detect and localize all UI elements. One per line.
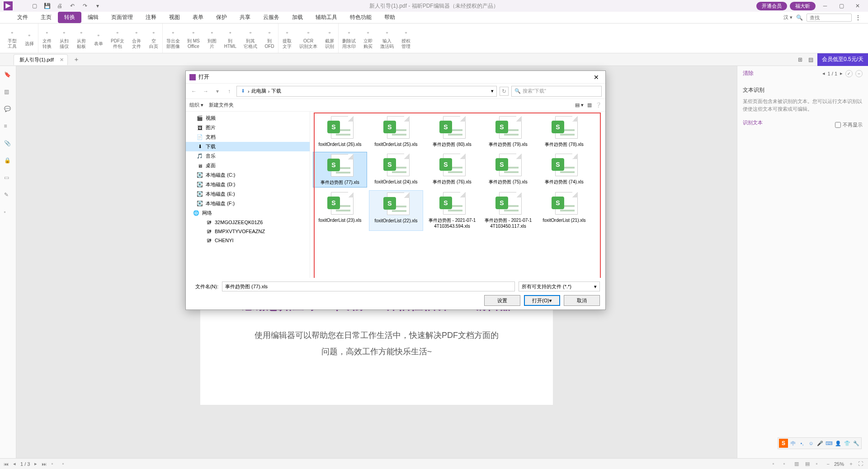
file-item[interactable]: S事件趋势图 - 2021-07-14T103543.594.xls — [425, 190, 479, 231]
nav-up-icon[interactable]: ↑ — [225, 87, 234, 96]
sb-icon-2[interactable]: ▫ — [62, 461, 68, 467]
minus-icon[interactable]: − — [855, 70, 863, 77]
tree-item-32MGOJZEEQK01Z6[interactable]: 🖳32MGOJZEEQK01Z6 — [186, 218, 310, 227]
menu-item-0[interactable]: 文件 — [11, 12, 34, 23]
nav-history-icon[interactable]: ▾ — [213, 87, 222, 96]
menu-item-7[interactable]: 表单 — [186, 12, 210, 23]
dont-show-checkbox[interactable]: 不再显示 — [835, 122, 863, 128]
file-item[interactable]: S事件趋势图 (78).xls — [537, 114, 591, 149]
menu-item-3[interactable]: 编辑 — [81, 12, 105, 23]
recognize-text-link[interactable]: 识别文本 — [743, 119, 763, 126]
cancel-button[interactable]: 取消 — [564, 295, 600, 306]
help-icon[interactable]: ❔ — [595, 102, 602, 108]
open-icon[interactable]: ▢ — [31, 2, 38, 9]
menu-item-12[interactable]: 辅助工具 — [309, 12, 344, 23]
undo-icon[interactable]: ↶ — [69, 2, 76, 9]
ribbon-item-15[interactable]: ▫提取 文字 — [278, 23, 296, 53]
ime-tool-icon[interactable]: 🔧 — [852, 439, 860, 447]
refresh-icon[interactable]: ↻ — [500, 87, 509, 96]
next-page-icon[interactable]: ▸ — [34, 461, 37, 467]
ribbon-item-5[interactable]: ▫表单 — [90, 23, 107, 53]
pages-icon[interactable]: ▥ — [4, 89, 12, 97]
file-item[interactable]: SfoxitOrderList (24).xls — [369, 152, 423, 188]
add-tab-button[interactable]: ＋ — [73, 56, 80, 64]
last-page-icon[interactable]: ⏭ — [42, 461, 47, 467]
close-button[interactable]: ✕ — [851, 1, 864, 10]
menu-item-10[interactable]: 云服务 — [257, 12, 286, 23]
menu-item-9[interactable]: 共享 — [233, 12, 257, 23]
list-view-icon[interactable]: ▤ — [807, 55, 816, 64]
settings-button[interactable]: 设置 — [484, 295, 520, 306]
ribbon-item-21[interactable]: ▫授权 管理 — [397, 23, 415, 53]
ribbon-item-20[interactable]: ▫输入 激活码 — [377, 23, 397, 53]
attachments-icon[interactable]: 📎 — [4, 140, 12, 148]
ribbon-item-8[interactable]: ▫空 白页 — [145, 23, 163, 53]
file-item[interactable]: S事件趋势图 (80).xls — [425, 114, 479, 149]
filename-input[interactable] — [222, 281, 515, 291]
view-mode-1-icon[interactable]: ▫ — [773, 461, 779, 467]
open-button[interactable]: 打开(O) ▾ — [524, 295, 560, 306]
view-mode-4-icon[interactable]: ▤ — [805, 461, 811, 467]
file-item[interactable]: SfoxitOrderList (21).xls — [537, 190, 591, 231]
zoom-in-icon[interactable]: ＋ — [849, 460, 854, 467]
lang-dropdown[interactable]: 汉 ▾ — [783, 14, 793, 21]
tab-close-icon[interactable]: ✕ — [60, 57, 64, 63]
tree-item-本地磁盘 (F:)[interactable]: 💽本地磁盘 (F:) — [186, 199, 310, 208]
menu-item-8[interactable]: 保护 — [210, 12, 233, 23]
ribbon-item-2[interactable]: ▫文件 转换 — [38, 23, 56, 53]
ribbon-item-3[interactable]: ▫从扫 描仪 — [56, 23, 73, 53]
comments-icon[interactable]: 💬 — [4, 106, 12, 114]
next-result-icon[interactable]: ▸ — [840, 70, 843, 76]
nav-back-icon[interactable]: ← — [189, 87, 198, 96]
check-icon[interactable]: ✓ — [845, 70, 853, 77]
file-item[interactable]: SfoxitOrderList (22).xls — [369, 190, 423, 231]
bookmark-icon[interactable]: 🔖 — [4, 71, 12, 80]
ribbon-item-9[interactable]: ▫导出全 部图像 — [163, 23, 184, 53]
view-options-icon[interactable]: ▤ ▾ — [575, 102, 584, 108]
file-item[interactable]: SfoxitOrderList (25).xls — [369, 114, 423, 149]
tree-item-图片[interactable]: 🖼图片 — [186, 123, 310, 132]
minimize-button[interactable]: ─ — [818, 1, 832, 10]
document-tab[interactable]: 新人引导(1).pdf ✕ — [14, 54, 68, 65]
tree-item-下载[interactable]: ⬇下载 — [186, 142, 310, 151]
path-segment-current[interactable]: 下载 — [271, 88, 281, 94]
tree-item-本地磁盘 (D:)[interactable]: 💽本地磁盘 (D:) — [186, 180, 310, 189]
path-dropdown-icon[interactable]: ▾ — [491, 88, 494, 94]
promo-badge[interactable]: 会员低至0.5元/天 — [817, 53, 868, 66]
ribbon-item-19[interactable]: ▫立即 购买 — [359, 23, 377, 53]
new-folder-button[interactable]: 新建文件夹 — [209, 102, 234, 108]
ime-voice-icon[interactable]: 🎤 — [816, 439, 824, 447]
fullscreen-icon[interactable]: ⛶ — [858, 461, 864, 467]
dont-show-checkbox-input[interactable] — [835, 122, 841, 128]
vip-button[interactable]: 开通会员 — [756, 2, 787, 10]
tree-item-视频[interactable]: 🎬视频 — [186, 113, 310, 123]
tree-item-CHENYI[interactable]: 🖳CHENYI — [186, 236, 310, 245]
menu-item-1[interactable]: 主页 — [34, 12, 58, 23]
ime-logo-icon[interactable]: S — [779, 439, 788, 448]
tree-item-音乐[interactable]: 🎵音乐 — [186, 151, 310, 161]
redo-icon[interactable]: ↷ — [81, 2, 89, 9]
tree-item-桌面[interactable]: 🖥桌面 — [186, 161, 310, 170]
ribbon-item-0[interactable]: ▫手型 工具 — [4, 23, 21, 53]
first-page-icon[interactable]: ⏮ — [4, 461, 9, 467]
ime-shirt-icon[interactable]: 👕 — [843, 439, 851, 447]
file-item[interactable]: S事件趋势图 (75).xls — [481, 152, 535, 188]
menu-item-5[interactable]: 注释 — [139, 12, 163, 23]
menu-overflow-icon[interactable]: ⋮ — [855, 14, 861, 21]
save-icon[interactable]: 💾 — [43, 2, 51, 9]
ribbon-item-10[interactable]: ▫到 MS Office — [184, 23, 203, 53]
ribbon-item-7[interactable]: ▫合并 文件 — [128, 23, 145, 53]
preview-pane-icon[interactable]: ▥ — [587, 102, 592, 108]
view-mode-2-icon[interactable]: ▫ — [783, 461, 790, 467]
more-icon[interactable]: ▫ — [4, 209, 12, 217]
ribbon-item-11[interactable]: ▫到图 片 — [203, 23, 221, 53]
prev-page-icon[interactable]: ◂ — [13, 461, 16, 467]
ime-lang[interactable]: 中 — [789, 439, 797, 447]
ribbon-item-6[interactable]: ▫PDF文 件包 — [107, 23, 128, 53]
ribbon-item-16[interactable]: ▫OCR 识别文本 — [296, 23, 321, 53]
tree-item-文档[interactable]: 📄文档 — [186, 132, 310, 142]
file-item[interactable]: SfoxitOrderList (26).xls — [313, 114, 367, 149]
ribbon-item-12[interactable]: ▫到 HTML — [221, 23, 240, 53]
dialog-search-input[interactable]: 🔍 搜索"下载" — [511, 86, 602, 97]
file-filter-dropdown[interactable]: 所有可支持的文件 (*.*)▾ — [519, 281, 600, 291]
